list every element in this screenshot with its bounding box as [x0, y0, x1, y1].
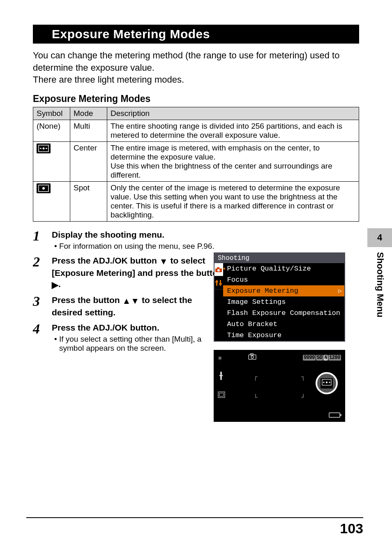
step-head: Press the ADJ./OK button. — [52, 322, 224, 333]
svg-marker-27 — [323, 382, 324, 383]
table-heading: Exposure Metering Modes — [33, 93, 359, 104]
title-bullet — [33, 27, 47, 41]
menu-tabs — [214, 263, 223, 341]
table-header-row: Symbol Mode Description — [33, 107, 359, 120]
section-title-bar: Exposure Metering Modes — [33, 25, 359, 44]
menu-item: Focus — [223, 274, 344, 285]
step-sub: If you select a setting other than [Mult… — [59, 335, 215, 353]
menu-item-selected: Exposure Metering — [223, 285, 344, 296]
table-row: (None) Multi The entire shooting range i… — [33, 120, 359, 142]
symbol-center — [33, 142, 70, 182]
frame-counter: 9999 SD N 1280 — [303, 355, 341, 361]
table-row: Center The entire image is metered, with… — [33, 142, 359, 182]
svg-marker-4 — [40, 148, 41, 149]
page-number: 103 — [340, 521, 363, 537]
mode-spot: Spot — [70, 182, 107, 222]
menu-items: Picture Quality/Size Focus Exposure Mete… — [223, 263, 344, 341]
step-head: Display the shooting menu. — [52, 229, 214, 240]
desc-multi: The entire shooting range is divided int… — [107, 120, 359, 142]
mode-center: Center — [70, 142, 107, 182]
desc-spot: Only the center of the image is metered … — [107, 182, 359, 222]
camera-tab-icon — [214, 263, 223, 276]
step-head: Press the button ▲▼ to select the desire… — [52, 294, 224, 318]
svg-rect-14 — [219, 283, 222, 285]
svg-point-17 — [251, 356, 254, 359]
menu-screenshot: Shooting Picture Quality/Size Focus Expo… — [214, 252, 345, 342]
step-number: 1 — [33, 229, 52, 243]
intro-paragraph: You can change the metering method (the … — [33, 49, 359, 86]
table-row: Spot Only the center of the image is met… — [33, 182, 359, 222]
svg-rect-16 — [251, 354, 253, 355]
chapter-number: 4 — [367, 228, 392, 247]
spot-metering-icon — [37, 183, 51, 193]
svg-rect-21 — [218, 392, 225, 398]
menu-item: Auto Bracket — [223, 319, 344, 330]
th-mode: Mode — [70, 107, 107, 120]
th-symbol: Symbol — [33, 107, 70, 120]
svg-rect-13 — [215, 281, 218, 282]
af-corner-icon: ┘ — [301, 394, 305, 401]
metering-modes-table: Symbol Mode Description (None) Multi The… — [33, 107, 359, 222]
menu-item: Time Exposure — [223, 330, 344, 341]
step-number: 2 — [33, 255, 52, 269]
center-metering-icon — [321, 378, 333, 389]
center-metering-icon — [37, 143, 51, 153]
shooting-preview: ✳ 9999 SD N 1280 ┌ ┐ └ ┘ — [214, 350, 345, 422]
image-size-icon — [218, 391, 225, 400]
battery-icon — [329, 412, 340, 418]
symbol-none: (None) — [33, 120, 70, 142]
af-corner-icon: ┐ — [301, 373, 305, 381]
af-corner-icon: ┌ — [254, 373, 258, 381]
chapter-label: Shooting Menu — [367, 247, 392, 317]
menu-title: Shooting — [214, 253, 344, 263]
svg-point-10 — [217, 269, 220, 271]
menu-item: Flash Exposure Compensation — [223, 308, 344, 319]
af-corner-icon: └ — [254, 394, 258, 401]
step-number: 3 — [33, 294, 52, 308]
chapter-tab: 4 Shooting Menu — [367, 228, 392, 317]
svg-point-24 — [326, 381, 327, 383]
th-description: Description — [107, 107, 359, 120]
step-sub: For information on using the menu, see P… — [59, 242, 214, 251]
step-head: Press the ADJ./OK button ▼ to select [Ex… — [52, 255, 224, 290]
mode-multi: Multi — [70, 120, 107, 142]
up-arrow-icon: ▲ — [122, 295, 131, 306]
svg-rect-20 — [220, 376, 222, 380]
figures-column: Shooting Picture Quality/Size Focus Expo… — [214, 252, 345, 422]
svg-rect-22 — [219, 393, 224, 396]
right-arrow-icon: ▶ — [52, 279, 58, 290]
menu-item: Image Settings — [223, 296, 344, 308]
svg-rect-18 — [220, 372, 222, 375]
menu-item: Picture Quality/Size — [223, 263, 344, 274]
svg-point-1 — [43, 148, 45, 150]
svg-rect-11 — [216, 280, 217, 286]
desc-center: The entire image is metered, with emphas… — [107, 142, 359, 182]
down-arrow-icon: ▼ — [131, 295, 139, 306]
symbol-spot — [33, 182, 70, 222]
step-1: 1 Display the shooting menu. For informa… — [33, 229, 359, 251]
metering-mode-indicator — [316, 372, 338, 394]
svg-marker-28 — [329, 382, 330, 383]
section-title: Exposure Metering Modes — [52, 27, 210, 41]
svg-marker-5 — [46, 148, 47, 149]
svg-rect-12 — [220, 280, 221, 286]
flash-mode-icon — [218, 371, 225, 382]
step-number: 4 — [33, 322, 52, 336]
svg-rect-9 — [217, 267, 219, 269]
setup-tab-icon — [214, 276, 223, 289]
svg-rect-19 — [219, 375, 223, 376]
svg-point-7 — [42, 187, 45, 190]
down-arrow-icon: ▼ — [159, 256, 168, 267]
camera-icon — [248, 353, 257, 362]
